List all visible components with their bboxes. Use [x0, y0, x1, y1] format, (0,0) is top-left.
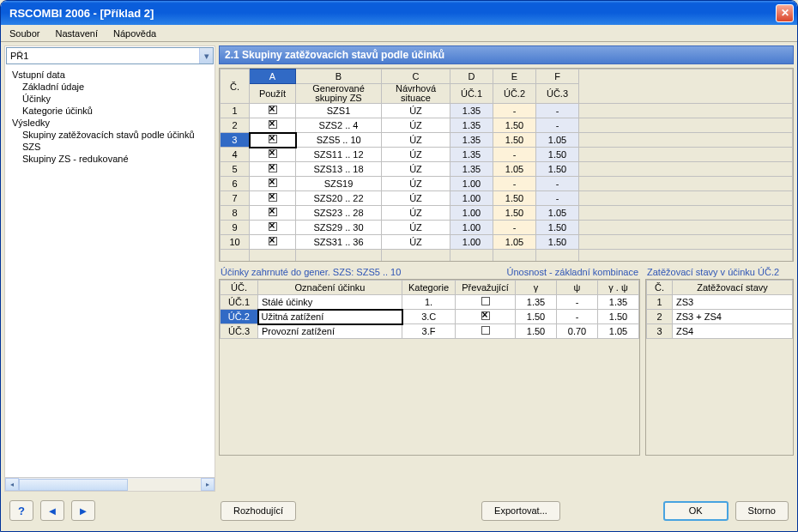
ok-button[interactable]: OK	[663, 501, 728, 521]
cell-uc3[interactable]: -	[536, 118, 579, 133]
row-header[interactable]: 6	[221, 177, 250, 191]
use-checkbox[interactable]	[269, 120, 277, 129]
eff-cell-name[interactable]: Užitná zatížení	[258, 310, 402, 324]
export-button[interactable]: Exportovat...	[481, 501, 560, 521]
tree-item-ucinky[interactable]: Účinky	[5, 93, 215, 105]
use-checkbox[interactable]	[269, 164, 277, 172]
cell-uc2[interactable]: -	[493, 221, 536, 235]
row-header[interactable]: 10	[221, 235, 250, 250]
table-row[interactable]: 2ZS3 + ZS4	[647, 310, 793, 324]
loads-cell-name[interactable]: ZS4	[673, 324, 793, 339]
menu-napoveda[interactable]: Nápověda	[108, 27, 161, 40]
cell-use[interactable]	[250, 206, 296, 221]
row-header[interactable]: 7	[221, 191, 250, 206]
row-header[interactable]: 5	[221, 162, 250, 177]
cell-situation[interactable]: ÚZ	[382, 191, 450, 206]
project-combo-input[interactable]	[7, 48, 199, 63]
use-checkbox[interactable]	[269, 208, 277, 216]
eff-cell-y[interactable]: 1.50	[516, 324, 557, 339]
cell-use[interactable]	[250, 191, 296, 206]
cell-uc2[interactable]: 1.50	[493, 133, 536, 148]
table-row[interactable]: 5SZS13 .. 18ÚZ1.351.051.50	[221, 162, 793, 177]
help-icon[interactable]: ?	[9, 500, 33, 521]
rozhodujici-button[interactable]: Rozhodující	[221, 501, 296, 521]
table-row[interactable]: 9SZS29 .. 30ÚZ1.00-1.50	[221, 221, 793, 235]
cell-uc3[interactable]: -	[536, 104, 579, 118]
cell-situation[interactable]: ÚZ	[382, 162, 450, 177]
scroll-right-icon[interactable]: ▸	[201, 478, 215, 491]
menu-nastaveni[interactable]: Nastavení	[50, 27, 103, 40]
cell-groups[interactable]: SZS2 .. 4	[296, 118, 382, 133]
cell-uc1[interactable]: 1.00	[450, 221, 493, 235]
main-grid[interactable]: Č. A B C D E F Použít Generovanéskupiny …	[220, 69, 793, 262]
cell-uc2[interactable]: -	[493, 148, 536, 162]
cell-uc3[interactable]: -	[536, 191, 579, 206]
eff-cell-cat[interactable]: 3.C	[402, 310, 456, 324]
table-row[interactable]: 2SZS2 .. 4ÚZ1.351.50-	[221, 118, 793, 133]
table-row[interactable]: 10SZS31 .. 36ÚZ1.001.051.50	[221, 235, 793, 250]
loads-cell-name[interactable]: ZS3 + ZS4	[673, 310, 793, 324]
tree-group-vysledky[interactable]: Výsledky	[5, 117, 215, 129]
cell-uc1[interactable]: 1.35	[450, 118, 493, 133]
prevail-checkbox[interactable]	[481, 326, 490, 335]
cell-uc3[interactable]: 1.50	[536, 221, 579, 235]
row-header[interactable]: 3	[221, 133, 250, 148]
table-row[interactable]: 3SZS5 .. 10ÚZ1.351.501.05	[221, 133, 793, 148]
tree-group-vstupni[interactable]: Vstupní data	[5, 69, 215, 81]
cell-uc2[interactable]: 1.50	[493, 118, 536, 133]
eff-cell-cat[interactable]: 1.	[402, 295, 456, 310]
cell-uc1[interactable]: 1.35	[450, 104, 493, 118]
col-letter-C[interactable]: C	[382, 70, 450, 84]
scroll-thumb[interactable]	[19, 479, 128, 491]
close-icon[interactable]: ✕	[776, 4, 794, 22]
col-letter-B[interactable]: B	[296, 70, 382, 84]
project-combo[interactable]: ▾	[6, 47, 214, 64]
table-row[interactable]: ÚČ.3Provozní zatížení3.F1.500.701.05	[221, 324, 639, 339]
eff-row-header[interactable]: ÚČ.2	[221, 310, 258, 324]
cell-situation[interactable]: ÚZ	[382, 148, 450, 162]
row-header[interactable]: 2	[221, 118, 250, 133]
eff-cell-prev[interactable]	[456, 310, 516, 324]
cell-situation[interactable]: ÚZ	[382, 133, 450, 148]
cell-uc2[interactable]: 1.50	[493, 206, 536, 221]
cell-uc1[interactable]: 1.00	[450, 191, 493, 206]
col-letter-D[interactable]: D	[450, 70, 493, 84]
next-page-icon[interactable]: ►	[71, 500, 95, 521]
cell-groups[interactable]: SZS20 .. 22	[296, 191, 382, 206]
cell-uc3[interactable]: 1.50	[536, 235, 579, 250]
cell-groups[interactable]: SZS23 .. 28	[296, 206, 382, 221]
row-header[interactable]: 9	[221, 221, 250, 235]
eff-cell-y[interactable]: 1.50	[516, 310, 557, 324]
prevail-checkbox[interactable]	[481, 311, 490, 320]
cell-uc1[interactable]: 1.35	[450, 133, 493, 148]
cell-uc2[interactable]: 1.05	[493, 235, 536, 250]
eff-cell-name[interactable]: Provozní zatížení	[258, 324, 402, 339]
menu-soubor[interactable]: Soubor	[4, 27, 45, 40]
cell-use[interactable]	[250, 221, 296, 235]
cell-situation[interactable]: ÚZ	[382, 206, 450, 221]
use-checkbox[interactable]	[269, 193, 277, 202]
cell-use[interactable]	[250, 162, 296, 177]
cell-situation[interactable]: ÚZ	[382, 177, 450, 191]
eff-cell-prev[interactable]	[456, 324, 516, 339]
cell-uc3[interactable]: -	[536, 177, 579, 191]
cell-situation[interactable]: ÚZ	[382, 118, 450, 133]
table-row[interactable]: ÚČ.1Stálé účinky1.1.35-1.35	[221, 295, 639, 310]
loads-cell-name[interactable]: ZS3	[673, 295, 793, 310]
table-row[interactable]: ÚČ.2Užitná zatížení3.C1.50-1.50	[221, 310, 639, 324]
cell-use[interactable]	[250, 118, 296, 133]
col-letter-F[interactable]: F	[536, 70, 579, 84]
cell-use[interactable]	[250, 133, 296, 148]
col-letter-A[interactable]: A	[250, 70, 296, 84]
cell-groups[interactable]: SZS29 .. 30	[296, 221, 382, 235]
table-row[interactable]: 3ZS4	[647, 324, 793, 339]
scroll-left-icon[interactable]: ◂	[5, 478, 19, 491]
cell-use[interactable]	[250, 177, 296, 191]
tree-hscrollbar[interactable]: ◂ ▸	[5, 477, 215, 491]
cell-uc1[interactable]: 1.00	[450, 177, 493, 191]
table-row[interactable]: 6SZS19ÚZ1.00--	[221, 177, 793, 191]
cell-uc2[interactable]: -	[493, 177, 536, 191]
cell-uc3[interactable]: 1.05	[536, 133, 579, 148]
tree-item-skupiny-zs-reduk[interactable]: Skupiny ZS - redukované	[5, 153, 215, 165]
cell-groups[interactable]: SZS13 .. 18	[296, 162, 382, 177]
